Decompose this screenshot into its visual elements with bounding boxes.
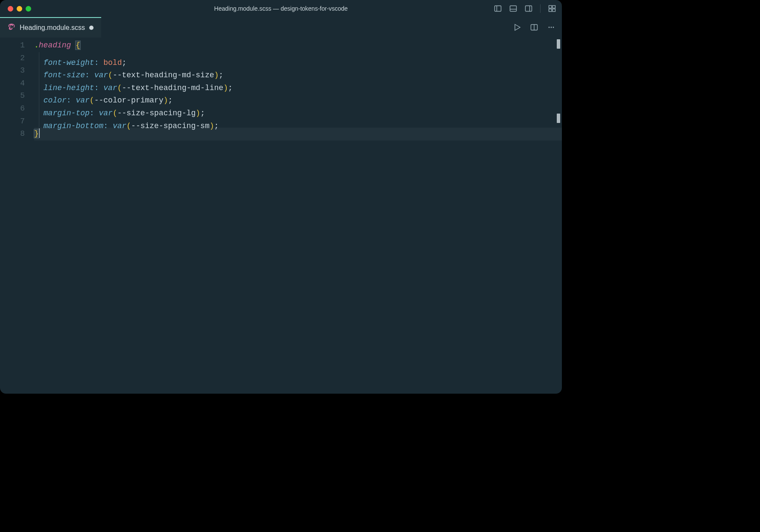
customize-layout-icon[interactable] <box>548 5 556 12</box>
line-number: 4 <box>0 77 25 90</box>
toggle-panel-icon[interactable] <box>509 5 517 12</box>
svg-point-14 <box>551 27 552 28</box>
line-number: 1 <box>0 39 25 52</box>
tab-actions <box>513 17 555 38</box>
tab-label: Heading.module.scss <box>20 24 85 32</box>
line-number: 6 <box>0 102 25 115</box>
minimap-marker <box>557 39 560 49</box>
line-number: 5 <box>0 90 25 102</box>
svg-point-15 <box>553 27 554 28</box>
toggle-primary-sidebar-icon[interactable] <box>494 5 502 12</box>
line-number: 8 <box>0 128 25 140</box>
editor-window: Heading.module.scss — design-tokens-for-… <box>0 0 562 394</box>
traffic-lights <box>0 6 31 12</box>
tab-heading-module-scss[interactable]: Heading.module.scss <box>0 17 101 38</box>
code-line[interactable]: margin-top: var(--size-spacing-lg); <box>34 102 562 115</box>
code-content[interactable]: .heading { font-weight: bold; font-size:… <box>34 39 562 394</box>
svg-rect-6 <box>549 6 552 8</box>
editor-area[interactable]: 1 2 3 4 5 6 7 8 .heading { font-weight: … <box>0 38 562 394</box>
line-number: 2 <box>0 52 25 65</box>
run-icon[interactable] <box>513 23 521 31</box>
sass-icon <box>8 23 15 32</box>
text-cursor <box>39 129 40 138</box>
titlebar: Heading.module.scss — design-tokens-for-… <box>0 0 562 17</box>
svg-point-13 <box>549 27 550 28</box>
maximize-window-button[interactable] <box>26 6 31 12</box>
titlebar-actions <box>494 4 556 13</box>
code-line[interactable]: font-size: var(--text-heading-md-size); <box>34 64 562 77</box>
code-line[interactable]: color: var(--color-primary); <box>34 90 562 102</box>
tabbar: Heading.module.scss <box>0 17 562 38</box>
toggle-secondary-sidebar-icon[interactable] <box>525 5 532 12</box>
split-editor-icon[interactable] <box>530 23 538 31</box>
brace-close: } <box>34 129 39 138</box>
minimize-window-button[interactable] <box>17 6 22 12</box>
code-line[interactable]: font-weight: bold; <box>34 52 562 65</box>
window-title: Heading.module.scss — design-tokens-for-… <box>0 5 562 12</box>
line-number: 3 <box>0 64 25 77</box>
svg-rect-7 <box>552 6 555 8</box>
line-number-gutter: 1 2 3 4 5 6 7 8 <box>0 39 34 394</box>
code-line[interactable]: margin-bottom: var(--size-spacing-sm); <box>34 115 562 128</box>
close-window-button[interactable] <box>8 6 13 12</box>
svg-rect-2 <box>510 6 517 12</box>
line-number: 7 <box>0 115 25 128</box>
titlebar-separator <box>540 4 541 13</box>
minimap-marker <box>557 114 560 123</box>
svg-marker-10 <box>515 24 520 30</box>
more-actions-icon[interactable] <box>547 23 555 31</box>
svg-rect-4 <box>526 6 532 12</box>
minimap-overview[interactable] <box>557 39 560 123</box>
tab-dirty-indicator-icon <box>89 26 94 30</box>
svg-rect-9 <box>552 9 555 12</box>
code-line[interactable]: line-height: var(--text-heading-md-line)… <box>34 77 562 90</box>
brace-open: { <box>76 41 80 50</box>
code-line[interactable]: .heading { <box>34 39 562 52</box>
svg-rect-0 <box>495 6 501 12</box>
svg-rect-8 <box>549 9 552 12</box>
